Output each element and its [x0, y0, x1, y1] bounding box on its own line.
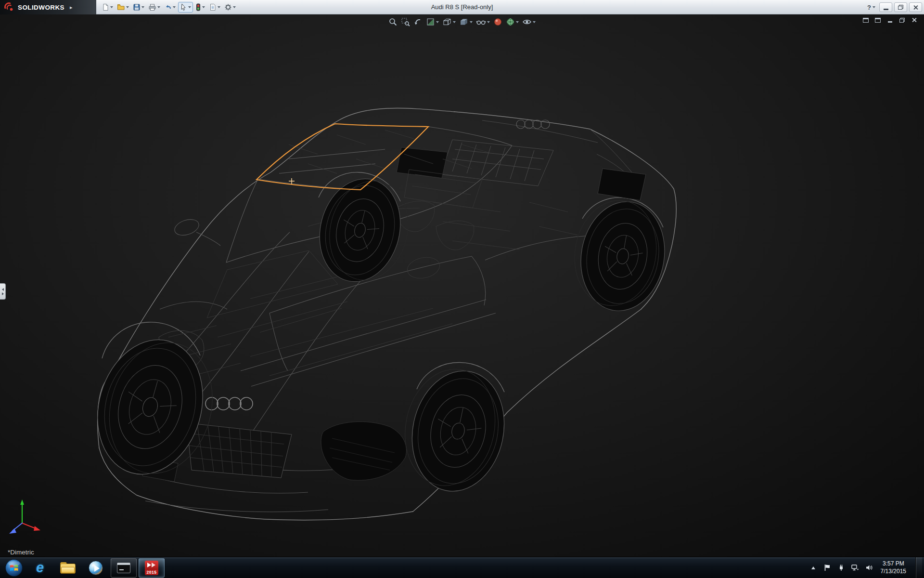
doc-close-button[interactable] [910, 16, 918, 24]
internet-explorer-button[interactable]: e [27, 558, 53, 578]
rebuild-traffic-light-icon [195, 3, 201, 11]
new-file-icon [102, 3, 109, 11]
rebuild-button[interactable] [194, 2, 206, 12]
previous-view-button[interactable] [413, 17, 423, 27]
apply-scene-button[interactable] [505, 17, 519, 27]
doc-minimize-button[interactable] [886, 16, 894, 24]
view-settings-button[interactable] [522, 17, 536, 27]
media-player-button[interactable] [83, 558, 109, 578]
minimize-icon [884, 9, 888, 10]
windows-start-orb-icon [5, 559, 23, 577]
graphics-viewport[interactable]: *Dimetric [0, 14, 924, 557]
scene-globe-icon [506, 17, 515, 26]
pane-right-button[interactable] [873, 16, 882, 24]
window-controls: ? [865, 0, 922, 14]
file-properties-button[interactable] [207, 2, 222, 12]
file-properties-icon [209, 3, 217, 11]
doc-restore-button[interactable] [898, 16, 906, 24]
restore-icon [898, 5, 903, 10]
minimize-icon [888, 21, 892, 23]
solidworks-taskbar-button[interactable]: 2015 [139, 558, 165, 578]
zoom-to-area-button[interactable] [400, 17, 411, 27]
zoom-to-area-icon [401, 17, 410, 26]
zoom-to-fit-button[interactable] [388, 17, 398, 27]
solidworks-logo-icon [4, 2, 14, 13]
feature-manager-collapsed-tab[interactable] [0, 283, 6, 300]
edit-appearance-button[interactable] [493, 17, 503, 27]
solidworks-screen: SOLIDWORKS ▸ [0, 0, 924, 578]
windows-taskbar: e 2015 [0, 557, 924, 578]
solidworks-brand: SOLIDWORKS ▸ [0, 0, 96, 14]
taskbar-clock[interactable]: 3:57 PM 7/13/2015 [879, 560, 910, 575]
chevron-down-icon[interactable] [188, 6, 191, 8]
options-button[interactable] [223, 2, 237, 12]
solidworks-year-badge: 2015 [145, 570, 158, 575]
close-button[interactable] [909, 2, 922, 12]
network-button[interactable] [851, 564, 860, 572]
undo-button[interactable] [163, 2, 177, 12]
view-orientation-cube-icon [442, 17, 452, 26]
speaker-icon [865, 564, 873, 571]
section-view-icon [426, 17, 435, 26]
solidworks-2015-icon: 2015 [144, 561, 159, 575]
undo-icon [164, 3, 172, 11]
hidden-icons-button[interactable] [809, 564, 818, 572]
clock-date: 7/13/2015 [881, 568, 906, 576]
chevron-down-icon[interactable] [470, 21, 473, 23]
display-style-button[interactable] [459, 17, 473, 27]
select-tool-button[interactable] [178, 2, 193, 13]
minimize-button[interactable] [879, 2, 892, 12]
print-icon [148, 3, 156, 11]
chevron-down-icon[interactable] [516, 21, 519, 23]
chevron-down-icon[interactable] [126, 6, 129, 8]
chevron-down-icon[interactable] [436, 21, 439, 23]
network-icon [851, 564, 859, 571]
chevron-down-icon[interactable] [202, 6, 205, 8]
chevron-down-icon[interactable] [453, 21, 456, 23]
chevron-down-icon[interactable] [533, 21, 536, 23]
section-view-button[interactable] [425, 17, 439, 27]
pane-icon [863, 18, 869, 23]
chevron-down-icon[interactable] [157, 6, 160, 8]
chevron-right-icon [2, 292, 4, 295]
chevron-down-icon[interactable] [173, 6, 176, 8]
taskbar-buttons: e 2015 [27, 557, 165, 578]
chevron-down-icon[interactable] [110, 6, 113, 8]
view-orientation-button[interactable] [442, 17, 456, 27]
view-settings-eye-icon [522, 17, 532, 26]
chevron-down-icon[interactable] [141, 6, 144, 8]
hide-show-items-button[interactable] [475, 17, 490, 27]
print-button[interactable] [147, 2, 162, 12]
show-desktop-button[interactable] [915, 557, 922, 578]
brand-flyout-arrow-icon[interactable]: ▸ [70, 4, 73, 11]
windows-explorer-button[interactable] [55, 558, 81, 578]
gear-icon [224, 3, 232, 11]
chevron-down-icon[interactable] [233, 6, 236, 8]
car-wireframe-model [0, 14, 924, 557]
new-file-button[interactable] [100, 2, 115, 12]
pane-left-button[interactable] [861, 16, 870, 24]
chevron-down-icon[interactable] [487, 21, 490, 23]
folder-icon [60, 562, 76, 574]
chevron-down-icon[interactable] [218, 6, 220, 8]
save-button[interactable] [131, 2, 146, 12]
power-button[interactable] [837, 564, 846, 572]
appearance-sphere-icon [493, 17, 502, 26]
brand-text: SOLIDWORKS [18, 4, 64, 11]
open-file-button[interactable] [116, 2, 130, 12]
chevron-left-icon [2, 288, 4, 291]
close-icon [911, 17, 917, 23]
volume-button[interactable] [865, 564, 873, 572]
power-plug-icon [838, 564, 845, 571]
action-center-button[interactable] [823, 564, 832, 572]
close-icon [913, 5, 918, 10]
start-button[interactable] [4, 558, 24, 578]
command-window-button[interactable] [111, 558, 137, 578]
chevron-up-icon [811, 566, 815, 569]
quick-access-toolbar [100, 0, 237, 14]
clock-time: 3:57 PM [881, 560, 906, 568]
restore-icon [899, 18, 905, 23]
restore-button[interactable] [894, 2, 907, 12]
help-button[interactable]: ? [865, 4, 877, 11]
chevron-down-icon [873, 6, 875, 8]
